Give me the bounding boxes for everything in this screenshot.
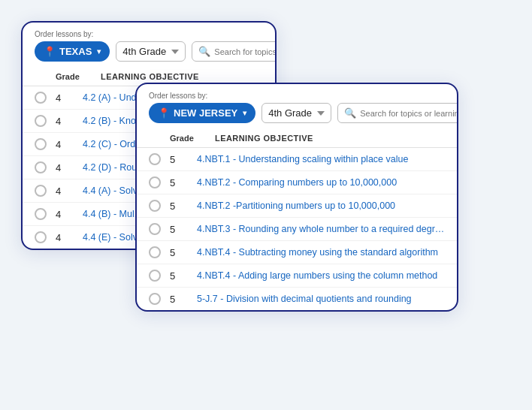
nj-table-body: 5 4.NBT.1 - Understanding scaling within… [137, 148, 457, 310]
radio-circle [35, 231, 47, 243]
texas-chevron-icon: ▾ [97, 47, 101, 56]
row-radio[interactable] [149, 223, 170, 235]
row-objective[interactable]: 4.NBT.2 - Comparing numbers up to 10,000… [197, 177, 445, 188]
nj-order-label: Order lessons by: [149, 92, 458, 100]
texas-search-input[interactable] [214, 47, 277, 56]
table-row: 5 4.NBT.4 - Adding large numbers using t… [137, 264, 457, 288]
radio-circle [35, 161, 47, 173]
texas-search-icon: 🔍 [198, 46, 210, 57]
radio-circle [35, 208, 47, 220]
nj-objective-header: LEARNING OBJECTIVE [215, 134, 313, 143]
pin-icon-nj: 📍 [158, 107, 170, 119]
radio-circle [35, 115, 47, 127]
table-row: 5 4.NBT.3 - Rounding any whole number to… [137, 218, 457, 241]
texas-grade-select[interactable]: 4th Grade 5th Grade 3rd Grade [116, 41, 186, 62]
row-grade: 4 [56, 162, 83, 173]
row-grade: 5 [170, 200, 197, 212]
row-objective[interactable]: 4.NBT.4 - Subtracting money using the st… [197, 247, 445, 258]
texas-search-wrapper: 🔍 [192, 41, 277, 62]
texas-grade-header: Grade [56, 72, 101, 81]
row-grade: 5 [170, 154, 197, 165]
row-grade: 5 [170, 294, 197, 305]
radio-circle [149, 153, 161, 165]
radio-circle [149, 200, 161, 212]
texas-location-button[interactable]: 📍 TEXAS ▾ [35, 41, 110, 62]
radio-circle [149, 293, 161, 305]
radio-circle [149, 223, 161, 235]
row-grade: 4 [56, 232, 83, 243]
radio-circle [149, 176, 161, 188]
row-radio[interactable] [35, 138, 56, 150]
nj-location-button[interactable]: 📍 NEW JERSEY ▾ [149, 103, 255, 123]
nj-grade-header: Grade [170, 134, 215, 143]
pin-icon: 📍 [44, 46, 56, 57]
nj-location-label: NEW JERSEY [174, 107, 237, 119]
row-radio[interactable] [35, 185, 56, 197]
row-radio[interactable] [35, 115, 56, 127]
row-radio[interactable] [35, 92, 56, 104]
row-radio[interactable] [149, 200, 170, 212]
row-grade: 5 [170, 177, 197, 188]
row-grade: 4 [56, 92, 83, 104]
row-radio[interactable] [35, 161, 56, 173]
nj-chevron-icon: ▾ [243, 109, 246, 117]
nj-search-wrapper: 🔍 [337, 103, 458, 123]
row-radio[interactable] [149, 176, 170, 188]
table-row: 5 4.NBT.4 - Subtracting money using the … [137, 241, 457, 264]
row-objective[interactable]: 4.NBT.1 - Understanding scaling within p… [197, 154, 445, 164]
row-radio[interactable] [35, 231, 56, 243]
row-radio[interactable] [35, 208, 56, 220]
row-objective[interactable]: 4.NBT.4 - Adding large numbers using the… [197, 270, 445, 281]
row-radio[interactable] [149, 153, 170, 165]
texas-location-label: TEXAS [59, 46, 92, 57]
row-grade: 4 [56, 185, 83, 197]
row-grade: 5 [170, 270, 197, 282]
nj-header: Order lessons by: 📍 NEW JERSEY ▾ 4th Gra… [137, 84, 457, 129]
row-grade: 4 [56, 116, 83, 127]
nj-order-group: Order lessons by: 📍 NEW JERSEY ▾ 4th Gra… [149, 92, 458, 123]
nj-card: Order lessons by: 📍 NEW JERSEY ▾ 4th Gra… [135, 83, 458, 312]
row-grade: 4 [56, 209, 83, 220]
table-row: 5 5-J.7 - Division with decimal quotient… [137, 288, 457, 310]
table-row: 5 4.NBT.2 - Comparing numbers up to 10,0… [137, 171, 457, 194]
row-radio[interactable] [149, 270, 170, 282]
radio-circle [35, 185, 47, 197]
row-grade: 4 [56, 139, 83, 150]
texas-order-label: Order lessons by: [35, 30, 277, 38]
nj-table-header: Grade LEARNING OBJECTIVE [137, 129, 457, 148]
radio-circle [149, 246, 161, 258]
radio-circle [35, 92, 47, 104]
row-objective[interactable]: 4.NBT.3 - Rounding any whole number to a… [197, 224, 445, 234]
row-grade: 5 [170, 247, 197, 258]
radio-circle [149, 270, 161, 282]
nj-search-icon: 🔍 [344, 107, 356, 119]
table-row: 5 4.NBT.1 - Understanding scaling within… [137, 148, 457, 171]
texas-order-group: Order lessons by: 📍 TEXAS ▾ 4th Grade 5t… [35, 30, 277, 62]
row-grade: 5 [170, 224, 197, 235]
radio-circle [35, 138, 47, 150]
texas-header: Order lessons by: 📍 TEXAS ▾ 4th Grade 5t… [23, 23, 275, 68]
row-radio[interactable] [149, 246, 170, 258]
texas-objective-header: LEARNING OBJECTIVE [101, 72, 199, 81]
nj-search-input[interactable] [360, 109, 458, 118]
row-radio[interactable] [149, 293, 170, 305]
row-objective[interactable]: 5-J.7 - Division with decimal quotients … [197, 294, 445, 304]
row-objective[interactable]: 4.NBT.2 -Partitioning numbers up to 10,0… [197, 200, 445, 211]
table-row: 5 4.NBT.2 -Partitioning numbers up to 10… [137, 194, 457, 218]
nj-grade-select[interactable]: 4th Grade 5th Grade 3rd Grade [261, 103, 331, 123]
